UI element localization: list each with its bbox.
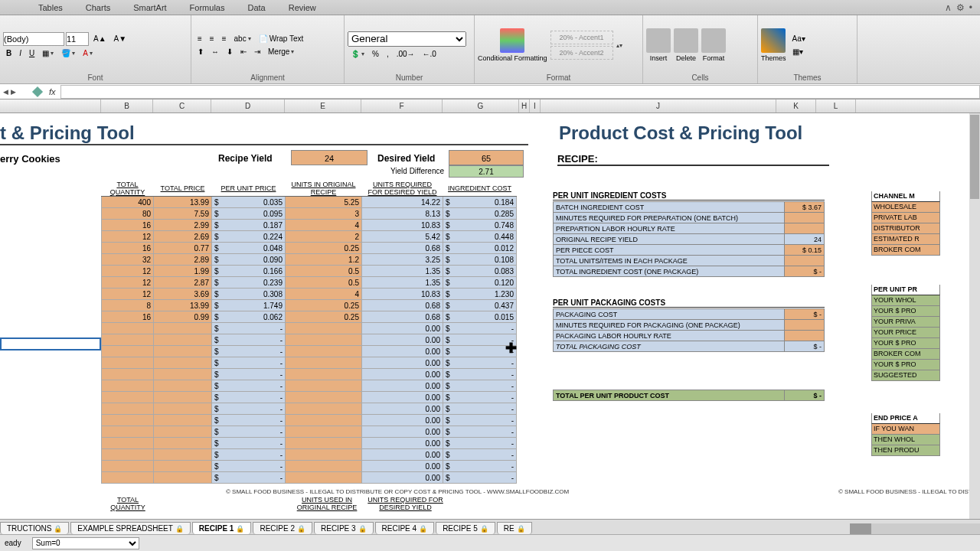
recipe-yield-cell[interactable]: 24 <box>291 150 368 165</box>
cell-nav-right-icon[interactable]: ▶ <box>11 88 16 96</box>
vertical-scrollbar[interactable] <box>969 113 980 519</box>
align-left-button[interactable]: ≡ <box>194 33 205 44</box>
column-header-G[interactable]: G <box>443 99 519 112</box>
help-icon[interactable]: • <box>969 2 972 13</box>
column-header-H[interactable]: H <box>519 99 530 112</box>
fx-label[interactable]: fx <box>44 87 60 96</box>
style-accent1[interactable]: 20% - Accent1 <box>550 31 613 44</box>
sheet-tab-example-spreadsheet[interactable]: EXAMPLE SPREADSHEET🔒 <box>70 522 190 534</box>
border-button[interactable]: ▦▾ <box>39 47 57 59</box>
table-row[interactable]: $-0.00$- <box>102 472 517 484</box>
horizontal-scrollbar[interactable] <box>850 523 980 534</box>
table-row[interactable]: $-0.00$- <box>102 403 517 415</box>
valign-bot-button[interactable]: ⬇ <box>224 46 236 57</box>
table-row[interactable]: $-0.00$- <box>102 346 517 357</box>
indent-dec-button[interactable]: ⇤ <box>237 46 250 57</box>
align-right-button[interactable]: ≡ <box>219 33 230 44</box>
table-row[interactable]: 123.69$0.308410.83$1.230 <box>102 289 517 300</box>
column-header-B[interactable]: B <box>101 99 153 112</box>
table-row[interactable]: 807.59$0.09538.13$0.285 <box>102 208 517 220</box>
tab-review[interactable]: Review <box>289 3 316 12</box>
tab-data[interactable]: Data <box>247 3 265 12</box>
percent-button[interactable]: % <box>369 48 382 60</box>
name-box-icon[interactable] <box>32 86 43 96</box>
column-header-I[interactable]: I <box>530 99 541 112</box>
decrease-decimal-button[interactable]: ←.0 <box>420 48 439 60</box>
theme-fonts-button[interactable]: Aa▾ <box>789 33 808 44</box>
increase-decimal-button[interactable]: .00→ <box>394 48 418 60</box>
collapse-ribbon-icon[interactable]: ∧ <box>945 2 952 13</box>
table-row[interactable]: $-0.00$- <box>102 369 517 380</box>
tab-tables[interactable]: Tables <box>38 3 63 12</box>
table-row[interactable]: 813.99$1.7490.250.68$0.437 <box>102 300 517 311</box>
tab-charts[interactable]: Charts <box>86 3 110 12</box>
align-center-button[interactable]: ≡ <box>207 33 217 44</box>
indent-inc-button[interactable]: ⇥ <box>251 46 263 57</box>
valign-top-button[interactable]: ⬆ <box>194 46 207 57</box>
cell-nav-left-icon[interactable]: ◀ <box>3 88 8 96</box>
ingredients-table[interactable]: TOTAL QUANTITY TOTAL PRICE PER UNIT PRIC… <box>101 181 517 484</box>
font-color-button[interactable]: A▾ <box>80 47 96 59</box>
font-family-select[interactable] <box>3 32 64 46</box>
table-row[interactable]: 40013.99$0.0355.2514.22$0.184 <box>102 197 517 208</box>
table-row[interactable]: $-0.00$- <box>102 334 517 346</box>
table-row[interactable]: $-0.00$- <box>102 461 517 472</box>
number-format-select[interactable]: General <box>348 31 466 47</box>
styles-more-button[interactable]: ▴▾ <box>616 42 622 49</box>
table-row[interactable]: 122.69$0.22425.42$0.448 <box>102 231 517 243</box>
table-row[interactable]: $-0.00$- <box>102 392 517 403</box>
conditional-formatting-icon[interactable] <box>500 28 524 53</box>
column-header-J[interactable]: J <box>541 99 776 112</box>
column-header-C[interactable]: C <box>153 99 211 112</box>
themes-icon[interactable] <box>761 28 786 53</box>
desired-yield-cell[interactable]: 65 <box>449 150 524 165</box>
column-header-F[interactable]: F <box>361 99 443 112</box>
sheet-tab-recipe-1[interactable]: RECIPE 1🔒 <box>192 522 252 534</box>
table-row[interactable]: 122.87$0.2390.51.35$0.120 <box>102 277 517 289</box>
bold-button[interactable]: B <box>3 47 15 59</box>
table-row[interactable]: 121.99$0.1660.51.35$0.083 <box>102 266 517 277</box>
currency-button[interactable]: 💲▾ <box>348 48 368 60</box>
merge-button[interactable]: Merge▾ <box>265 46 297 57</box>
fill-color-button[interactable]: 🪣▾ <box>58 47 78 59</box>
table-row[interactable]: $-0.00$- <box>102 415 517 426</box>
increase-font-button[interactable]: A▲ <box>90 32 109 46</box>
insert-icon[interactable] <box>646 28 671 53</box>
sheet-tabs[interactable]: TRUCTIONS🔒EXAMPLE SPREADSHEET🔒RECIPE 1🔒R… <box>0 519 980 534</box>
table-row[interactable]: $-0.00$- <box>102 380 517 392</box>
valign-mid-button[interactable]: ↔ <box>208 46 222 57</box>
table-row[interactable]: $-0.00$- <box>102 449 517 461</box>
table-row[interactable]: $-0.00$- <box>102 438 517 449</box>
comma-button[interactable]: , <box>384 48 392 60</box>
column-header-K[interactable]: K <box>776 99 816 112</box>
worksheet-area[interactable]: t & Pricing Tool Product Cost & Pricing … <box>0 113 980 527</box>
column-header-E[interactable]: E <box>285 99 361 112</box>
italic-button[interactable]: I <box>16 47 24 59</box>
style-accent2[interactable]: 20% - Accent2 <box>550 46 613 60</box>
column-headers[interactable]: BCDEFGHIJKL <box>0 99 980 113</box>
table-row[interactable]: $-0.00$- <box>102 357 517 369</box>
table-row[interactable]: $-0.00$- <box>102 323 517 334</box>
table-row[interactable]: 160.99$0.0620.250.68$0.015 <box>102 311 517 323</box>
wrap-text-button[interactable]: 📄Wrap Text <box>256 33 307 44</box>
table-row[interactable]: $-0.00$- <box>102 426 517 438</box>
column-header-L[interactable]: L <box>816 99 856 112</box>
status-sum-select[interactable]: Sum=0 <box>32 537 139 549</box>
sheet-tab-tructions[interactable]: TRUCTIONS🔒 <box>0 522 69 534</box>
table-row[interactable]: 322.89$0.0901.23.25$0.108 <box>102 254 517 266</box>
formula-input[interactable] <box>60 85 980 99</box>
gear-icon[interactable]: ⚙ <box>956 2 965 13</box>
font-size-select[interactable] <box>66 32 89 46</box>
table-row[interactable]: 162.99$0.187410.83$0.748 <box>102 220 517 231</box>
sheet-tab-recipe-3[interactable]: RECIPE 3🔒 <box>314 522 374 534</box>
format-icon[interactable] <box>701 28 726 53</box>
tab-smartart[interactable]: SmartArt <box>133 3 166 12</box>
sheet-tab-recipe-2[interactable]: RECIPE 2🔒 <box>253 522 312 534</box>
sheet-tab-re[interactable]: RE🔒 <box>497 522 532 534</box>
delete-icon[interactable] <box>674 28 698 53</box>
theme-colors-button[interactable]: ▦▾ <box>789 46 808 57</box>
table-row[interactable]: 160.77$0.0480.250.68$0.012 <box>102 243 517 254</box>
underline-button[interactable]: U <box>26 47 38 59</box>
sheet-tab-recipe-5[interactable]: RECIPE 5🔒 <box>436 522 495 534</box>
orientation-button[interactable]: abc▾ <box>231 33 254 44</box>
